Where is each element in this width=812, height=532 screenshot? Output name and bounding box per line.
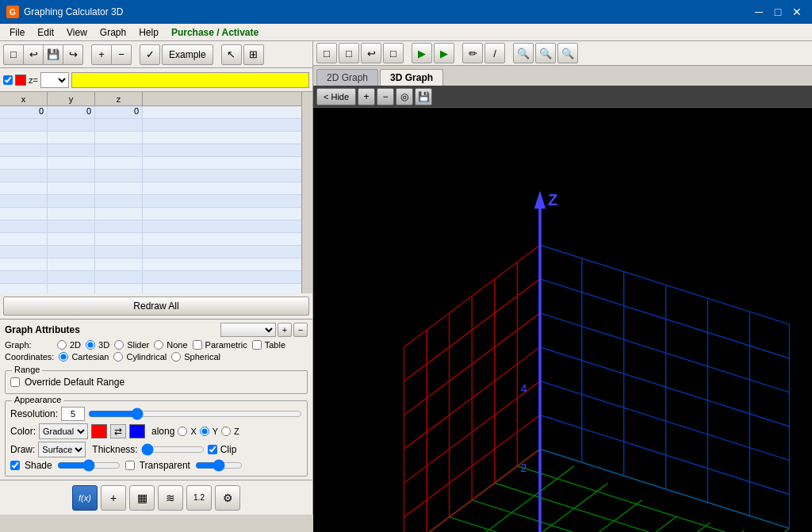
menu-help[interactable]: Help: [132, 25, 165, 40]
thickness-slider[interactable]: [141, 444, 205, 455]
right-panel: □ □ ↩ □ ▶ ▶ ✏ / 🔍 🔍 🔍 2D Graph 3D Graph …: [313, 41, 812, 515]
table-view-button[interactable]: ▦: [129, 485, 155, 511]
table-row: [0, 157, 301, 170]
table-checkbox[interactable]: [252, 340, 262, 350]
color-swatch-red[interactable]: [91, 424, 107, 438]
radio-spherical-input[interactable]: [171, 352, 181, 362]
table-cell: [95, 119, 143, 131]
rt-play-btn[interactable]: ▶: [412, 43, 432, 63]
maximize-button[interactable]: □: [769, 3, 787, 21]
override-label: Override Default Range: [25, 377, 124, 388]
radio-3d-input[interactable]: [86, 340, 95, 350]
attr-remove-btn[interactable]: −: [293, 323, 308, 337]
color-swatch-blue[interactable]: [129, 424, 145, 438]
open-button[interactable]: ↩: [23, 44, 44, 65]
cursor-button[interactable]: ↖: [221, 44, 242, 65]
radio-along-x-input[interactable]: [178, 427, 187, 436]
rt-zoom-in-btn[interactable]: 🔍: [513, 43, 534, 63]
shade-slider[interactable]: [57, 460, 121, 471]
param-checkbox[interactable]: [193, 340, 202, 350]
left-scrollbar[interactable]: [301, 92, 312, 293]
func-button[interactable]: f(x): [72, 485, 98, 511]
table-cell: [48, 132, 95, 144]
minimize-button[interactable]: ─: [750, 3, 768, 21]
draw-dropdown[interactable]: Surface: [38, 442, 86, 457]
grid-button[interactable]: ⊞: [243, 44, 264, 65]
equation-input[interactable]: [71, 72, 309, 88]
table-cell: [0, 284, 48, 293]
attr-add-btn[interactable]: +: [278, 323, 292, 337]
tab-3d[interactable]: 3D Graph: [380, 69, 443, 86]
radio-param: Parametric: [193, 340, 247, 350]
rt-line-btn[interactable]: /: [485, 43, 505, 63]
attr-style-dropdown[interactable]: [220, 323, 276, 337]
hide-save-btn[interactable]: 💾: [415, 88, 432, 105]
example-button[interactable]: Example: [162, 44, 213, 65]
add-button[interactable]: +: [91, 44, 112, 65]
resolution-slider[interactable]: [88, 408, 302, 419]
rt-btn-1[interactable]: □: [316, 43, 337, 63]
save-button[interactable]: 💾: [43, 44, 63, 65]
new-button[interactable]: □: [3, 44, 24, 65]
eq-enabled-checkbox[interactable]: [3, 75, 13, 85]
redraw-button[interactable]: Redraw All: [3, 297, 309, 316]
check-button[interactable]: ✓: [140, 44, 160, 65]
hide-camera-btn[interactable]: ◎: [396, 88, 413, 105]
menu-view[interactable]: View: [60, 25, 94, 40]
rt-pen-btn[interactable]: ✏: [462, 43, 483, 63]
radio-slider-input[interactable]: [114, 340, 124, 350]
table-row: [0, 195, 301, 208]
override-checkbox[interactable]: [10, 377, 20, 387]
draw-label: Draw:: [10, 444, 35, 455]
close-button[interactable]: ✕: [788, 3, 806, 21]
3d-graph-canvas[interactable]: Z X 2 4 Y 2 4 2 4: [313, 108, 812, 532]
rt-zoom-fit-btn[interactable]: 🔍: [557, 43, 578, 63]
menu-file[interactable]: File: [3, 25, 31, 40]
table-row: [0, 208, 301, 220]
radio-along-z-input[interactable]: [221, 427, 231, 436]
menu-purchase[interactable]: Purchase / Activate: [165, 25, 265, 40]
menu-edit[interactable]: Edit: [31, 25, 60, 40]
eq-color-swatch[interactable]: [15, 75, 26, 86]
eq-type-dropdown[interactable]: [40, 72, 69, 88]
hide-plus-btn[interactable]: +: [358, 88, 375, 105]
table-cell: [48, 119, 95, 131]
remove-button[interactable]: −: [111, 44, 132, 65]
table-row: [0, 258, 301, 271]
radio-none-input[interactable]: [154, 340, 163, 350]
radio-2d-input[interactable]: [57, 340, 67, 350]
rt-btn-4[interactable]: □: [383, 43, 404, 63]
shade-checkbox[interactable]: [10, 461, 20, 470]
settings-button[interactable]: ⚙: [215, 485, 240, 511]
transparent-slider[interactable]: [195, 460, 243, 471]
table-cell: [0, 182, 48, 194]
rt-play2-btn[interactable]: ▶: [434, 43, 454, 63]
color-dropdown[interactable]: Gradual: [39, 423, 88, 439]
table-cell: [95, 271, 143, 283]
table-cell: [95, 195, 143, 207]
menu-graph[interactable]: Graph: [94, 25, 132, 40]
rt-zoom-out-btn[interactable]: 🔍: [535, 43, 556, 63]
swap-colors-button[interactable]: ⇄: [110, 424, 126, 438]
clip-checkbox[interactable]: [208, 445, 217, 454]
add-eq-button[interactable]: +: [101, 485, 126, 511]
radio-spherical: Spherical: [171, 352, 220, 362]
resolution-input[interactable]: [61, 407, 85, 421]
toolbar-group-2: + −: [91, 44, 132, 65]
graph-type-row: Graph: 2D 3D Slider None: [5, 340, 308, 350]
saveas-button[interactable]: ↪: [63, 44, 83, 65]
radio-cartesian-input[interactable]: [59, 352, 68, 362]
num-view-button[interactable]: 1.2: [186, 485, 212, 511]
radio-cylindrical-input[interactable]: [113, 352, 123, 362]
radio-along-x: X: [178, 427, 196, 436]
table-cell: [48, 284, 95, 293]
hide-button[interactable]: < Hide: [316, 88, 356, 105]
transparent-checkbox[interactable]: [125, 461, 135, 470]
rt-btn-2[interactable]: □: [339, 43, 359, 63]
list-view-button[interactable]: ≋: [158, 485, 183, 511]
hide-minus-btn[interactable]: −: [377, 88, 394, 105]
table-cell: [95, 132, 143, 144]
radio-along-y-input[interactable]: [200, 427, 209, 436]
tab-2d[interactable]: 2D Graph: [316, 69, 378, 86]
rt-btn-3[interactable]: ↩: [361, 43, 381, 63]
